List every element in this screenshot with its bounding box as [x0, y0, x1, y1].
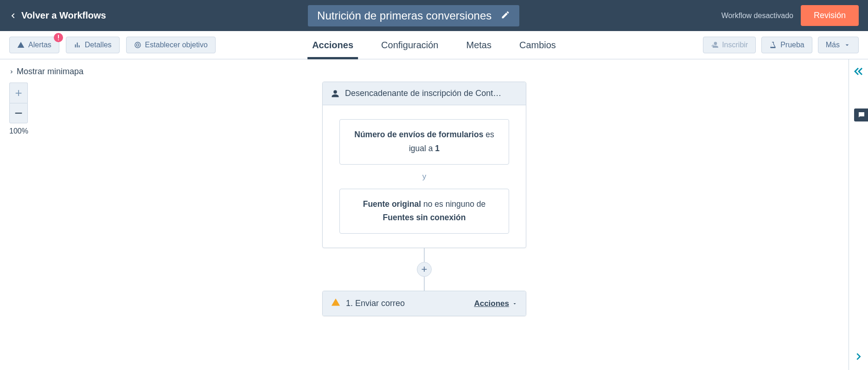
side-rail [849, 59, 868, 370]
minimap-label: Mostrar minimapa [17, 67, 83, 77]
add-step-button[interactable]: + [417, 262, 432, 277]
caret-down-icon [843, 41, 851, 49]
goal-label: Establecer objetivo [145, 41, 208, 49]
comments-button[interactable] [854, 108, 868, 121]
alerts-button-wrap: Alertas [9, 37, 59, 53]
tab-config[interactable]: Configuración [381, 31, 438, 59]
chevron-right-icon [854, 351, 864, 362]
step-1-send-email-card[interactable]: 1. Enviar correo Acciones [322, 291, 526, 316]
collapse-panel-button[interactable] [853, 66, 864, 79]
workflow-title-edit[interactable]: Nutrición de primeras conversiones [308, 5, 519, 26]
workflow-title-text: Nutrición de primeras conversiones [317, 9, 491, 22]
tab-changes[interactable]: Cambios [519, 31, 556, 59]
filter-and: y [422, 170, 427, 183]
chevron-right-icon [9, 70, 14, 74]
zoom-percent: 100% [9, 127, 28, 135]
step1-header: 1. Enviar correo Acciones [323, 291, 526, 316]
workflow-flow: Desencadenante de inscripción de Cont… N… [322, 82, 526, 316]
details-label: Detalles [85, 41, 112, 49]
left-toolbar: Alertas Detalles Establecer objetivo [9, 37, 216, 53]
workflow-status: Workflow desactivado [721, 12, 793, 20]
step1-actions-label: Acciones [474, 299, 509, 308]
details-button[interactable]: Detalles [66, 37, 120, 53]
title-wrap: Nutrición de primeras conversiones [106, 5, 721, 26]
target-icon [134, 41, 141, 49]
connector-line [424, 277, 425, 291]
next-panel-button[interactable] [854, 351, 864, 364]
top-header: Volver a Workflows Nutrición de primeras… [0, 0, 868, 31]
step1-actions-menu[interactable]: Acciones [474, 299, 517, 308]
flask-icon [769, 41, 777, 49]
zoom-controls: + − 100% [9, 83, 28, 135]
chevron-left-icon [9, 12, 17, 19]
workflow-canvas[interactable]: Mostrar minimapa + − 100% Desencadenante… [0, 59, 849, 370]
bar-chart-icon [74, 41, 81, 49]
filter1-value: 1 [435, 144, 440, 153]
alerts-button[interactable]: Alertas [9, 37, 59, 53]
right-toolbar: Inscribir Prueba Más [703, 37, 859, 53]
zoom-in-button[interactable]: + [9, 83, 28, 103]
filter1-property: Número de envíos de formularios [354, 130, 483, 139]
enroll-label: Inscribir [722, 41, 748, 49]
more-button[interactable]: Más [818, 37, 859, 53]
filter2-value: Fuentes sin conexión [383, 213, 466, 222]
enrollment-trigger-card[interactable]: Desencadenante de inscripción de Cont… N… [322, 82, 526, 248]
caret-down-icon [512, 301, 517, 306]
filter2-operator: no es ninguno de [421, 199, 485, 209]
filter-1[interactable]: Número de envíos de formularios es igual… [339, 119, 509, 165]
trigger-title: Desencadenante de inscripción de Cont… [345, 89, 517, 98]
person-plus-icon [711, 41, 718, 49]
filter2-property: Fuente original [363, 199, 421, 209]
back-to-workflows-link[interactable]: Volver a Workflows [9, 10, 106, 21]
alert-badge-icon [54, 33, 63, 42]
trigger-card-header: Desencadenante de inscripción de Cont… [323, 82, 526, 105]
tab-goals[interactable]: Metas [466, 31, 491, 59]
zoom-out-button[interactable]: − [9, 103, 28, 123]
chat-bubble-icon [857, 111, 866, 119]
more-label: Más [826, 41, 840, 49]
test-label: Prueba [780, 41, 804, 49]
show-minimap-toggle[interactable]: Mostrar minimapa [9, 67, 83, 77]
test-button[interactable]: Prueba [761, 37, 812, 53]
step1-title: 1. Enviar correo [346, 299, 405, 308]
alerts-label: Alertas [28, 41, 51, 49]
warning-triangle-icon [17, 41, 25, 49]
warning-icon [331, 298, 340, 309]
set-goal-button[interactable]: Establecer objetivo [126, 37, 216, 53]
sub-header: Alertas Detalles Establecer objetivo Acc… [0, 31, 868, 59]
center-tabs: Acciones Configuración Metas Cambios [312, 31, 556, 59]
trigger-card-body: Número de envíos de formularios es igual… [323, 105, 526, 248]
tab-actions[interactable]: Acciones [312, 31, 353, 59]
enroll-button: Inscribir [703, 37, 756, 53]
pencil-icon [501, 10, 510, 21]
double-chevron-left-icon [853, 66, 864, 77]
connector-line [424, 248, 425, 262]
contact-icon [331, 89, 339, 98]
back-label: Volver a Workflows [21, 10, 106, 21]
filter-2[interactable]: Fuente original no es ninguno de Fuentes… [339, 189, 509, 234]
review-button[interactable]: Revisión [801, 5, 859, 26]
